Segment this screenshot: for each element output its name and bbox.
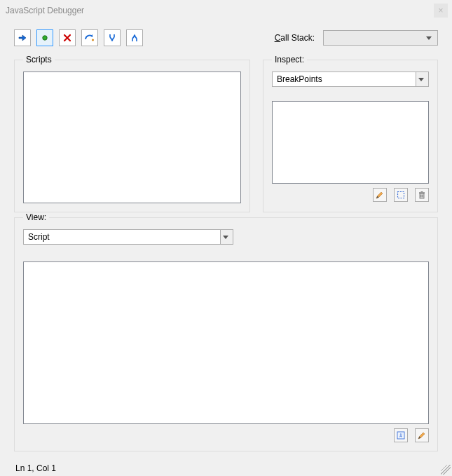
view-selector[interactable]: Script bbox=[23, 229, 233, 245]
edit-breakpoint-button[interactable] bbox=[373, 188, 387, 202]
select-breakpoint-button[interactable] bbox=[394, 188, 408, 202]
inspect-selector[interactable]: BreakPoints bbox=[272, 72, 429, 87]
scripts-group: Scripts bbox=[14, 55, 250, 212]
step-into-button[interactable] bbox=[104, 29, 121, 46]
view-legend: View: bbox=[23, 212, 49, 222]
inspect-group: Inspect: BreakPoints bbox=[263, 55, 438, 212]
select-icon bbox=[396, 190, 406, 200]
step-over-icon bbox=[84, 33, 95, 43]
statusbar: Ln 1, Col 1 bbox=[0, 461, 452, 476]
step-out-icon bbox=[130, 33, 139, 43]
scripts-legend: Scripts bbox=[23, 55, 55, 64]
breakpoint-toggle-button[interactable] bbox=[36, 29, 53, 46]
svg-rect-4 bbox=[419, 192, 425, 193]
run-button[interactable] bbox=[14, 29, 31, 46]
trash-icon bbox=[417, 190, 427, 200]
hash-icon: # bbox=[396, 430, 406, 440]
close-button[interactable]: × bbox=[434, 4, 448, 18]
titlebar: JavaScript Debugger × bbox=[0, 0, 452, 21]
callstack-dropdown[interactable] bbox=[323, 30, 438, 46]
view-textarea[interactable] bbox=[23, 261, 429, 424]
resize-grip[interactable] bbox=[441, 465, 451, 475]
step-over-button[interactable] bbox=[81, 29, 98, 46]
edit-script-button[interactable] bbox=[415, 428, 429, 442]
toolbar: Call Stack: bbox=[14, 29, 438, 46]
inspect-legend: Inspect: bbox=[272, 55, 307, 64]
arrow-right-icon bbox=[18, 33, 27, 43]
x-icon bbox=[62, 33, 72, 43]
breakpoint-icon bbox=[40, 33, 50, 43]
svg-rect-2 bbox=[398, 192, 404, 198]
scripts-listbox[interactable] bbox=[23, 72, 241, 203]
toggle-linenumbers-button[interactable]: # bbox=[394, 428, 408, 442]
delete-breakpoint-button[interactable] bbox=[415, 188, 429, 202]
step-out-button[interactable] bbox=[126, 29, 143, 46]
window-title: JavaScript Debugger bbox=[6, 6, 84, 15]
view-selector-value: Script bbox=[28, 232, 50, 242]
view-group: View: Script # bbox=[14, 212, 438, 451]
svg-point-1 bbox=[92, 39, 94, 41]
chevron-down-icon bbox=[220, 230, 233, 244]
pencil-icon bbox=[417, 430, 427, 440]
stop-button[interactable] bbox=[59, 29, 76, 46]
step-into-icon bbox=[107, 33, 117, 43]
inspect-selector-value: BreakPoints bbox=[277, 74, 322, 84]
svg-rect-5 bbox=[421, 191, 423, 192]
cursor-position: Ln 1, Col 1 bbox=[15, 463, 56, 473]
callstack-label: Call Stack: bbox=[275, 33, 315, 43]
pencil-icon bbox=[375, 190, 385, 200]
svg-point-0 bbox=[43, 36, 47, 40]
svg-text:#: # bbox=[399, 433, 402, 439]
inspect-listbox[interactable] bbox=[272, 101, 429, 184]
chevron-down-icon bbox=[416, 72, 428, 86]
